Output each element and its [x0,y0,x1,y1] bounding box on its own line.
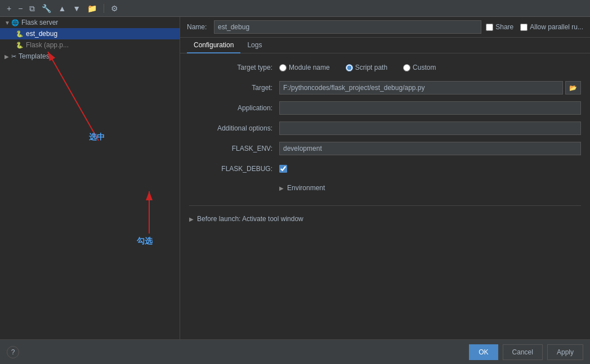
custom-radio-label: Custom [413,64,436,71]
left-panel-wrapper: ▼ 🌐 Flask server 🐍 est_debug 🐍 Flask (ap… [0,17,180,339]
annotation-checked: 勾选 [137,236,153,246]
cancel-button[interactable]: Cancel [503,344,543,360]
target-browse-button[interactable]: 📂 [565,81,581,95]
help-button[interactable]: ? [7,346,19,358]
flask-server-label: Flask server [21,19,58,26]
toolbar: + − ⧉ 🔧 ▲ ▼ 📁 ⚙ [0,0,590,17]
before-launch-section: ▶ Before launch: Activate tool window [189,205,581,225]
flask-debug-label: FLASK_DEBUG: [189,165,279,173]
left-panel: ▼ 🌐 Flask server 🐍 est_debug 🐍 Flask (ap… [0,17,180,62]
allow-parallel-label: Allow parallel ru... [530,23,583,31]
move-down-button[interactable]: ▼ [70,3,83,14]
move-up-button[interactable]: ▲ [56,3,68,14]
svg-line-1 [48,52,99,141]
tree-item-templates[interactable]: ▶ ✂ Templates [0,51,180,62]
application-input[interactable] [279,101,581,115]
copy-button[interactable]: ⧉ [27,3,37,14]
module-name-radio-label: Module name [289,64,330,71]
tabs: Configuration Logs [180,38,590,53]
application-row: Application: [189,101,581,115]
expand-arrow-flask: ▼ [5,20,11,26]
templates-label: Templates [19,52,50,60]
application-field [279,101,581,115]
before-launch-arrow-icon: ▶ [189,216,194,222]
tree-item-est-debug[interactable]: 🐍 est_debug [0,28,180,39]
name-bar: Name: Share Allow parallel ru... [180,17,590,38]
flask-debug-field [279,165,581,173]
bottom-left: ? [7,346,19,358]
flask-app-icon: 🐍 [16,42,24,49]
share-checkbox-item[interactable]: Share [486,23,513,31]
right-panel: Name: Share Allow parallel ru... Configu… [180,17,590,339]
templates-icon: ✂ [11,53,16,60]
target-type-field: Module name Script path Custom [279,64,581,71]
folder-button[interactable]: 📁 [85,3,99,14]
bottom-right: OK Cancel Apply [469,344,583,360]
est-debug-icon: 🐍 [16,30,24,38]
environment-label: Environment [287,184,325,192]
target-input[interactable] [279,81,563,95]
module-name-radio[interactable] [279,64,287,71]
add-button[interactable]: + [5,3,14,14]
script-path-radio-label: Script path [355,64,387,71]
est-debug-label: est_debug [26,30,57,38]
flask-env-field [279,142,581,155]
flask-env-row: FLASK_ENV: [189,141,581,156]
name-label: Name: [187,23,209,31]
config-panel: Target type: Module name Script path Cus… [180,53,590,339]
tab-logs[interactable]: Logs [240,38,269,53]
bottom-bar: ? OK Cancel Apply [0,339,590,364]
annotation-selected: 选中 [89,132,105,142]
environment-section: ▶ Environment [189,182,581,194]
share-checkbox[interactable] [486,24,493,31]
flask-app-label: Flask (app.p... [26,41,69,49]
annotation-overlay [0,17,180,339]
flask-debug-checkbox[interactable] [279,165,287,173]
share-label: Share [495,23,513,31]
main-content: ▼ 🌐 Flask server 🐍 est_debug 🐍 Flask (ap… [0,17,590,339]
tree-item-flask-app[interactable]: 🐍 Flask (app.p... [0,39,180,51]
gear-button[interactable]: ⚙ [109,3,120,14]
flask-env-input[interactable] [279,142,581,155]
name-input[interactable] [214,20,481,34]
ok-button[interactable]: OK [469,344,498,360]
additional-options-row: Additional options: [189,121,581,136]
custom-option[interactable]: Custom [403,64,436,71]
additional-options-field [279,122,581,135]
target-type-label: Target type: [189,64,279,71]
additional-options-label: Additional options: [189,124,279,132]
target-type-row: Target type: Module name Script path Cus… [189,60,581,75]
flask-server-icon: 🌐 [11,19,19,26]
allow-parallel-checkbox[interactable] [520,24,528,31]
remove-button[interactable]: − [16,3,25,14]
before-launch-header[interactable]: ▶ Before launch: Activate tool window [189,213,581,225]
application-label: Application: [189,104,279,112]
share-area: Share Allow parallel ru... [486,23,583,31]
before-launch-label: Before launch: Activate tool window [197,215,303,223]
toolbar-separator [104,4,104,13]
flask-debug-checkbox-container[interactable] [279,165,287,173]
target-row: Target: 📂 [189,80,581,95]
environment-arrow-icon: ▶ [279,185,284,191]
script-path-radio[interactable] [346,64,353,71]
script-path-option[interactable]: Script path [346,64,387,71]
custom-radio[interactable] [403,64,410,71]
environment-header[interactable]: ▶ Environment [189,182,581,194]
additional-options-input[interactable] [279,122,581,135]
tree-item-flask-server[interactable]: ▼ 🌐 Flask server [0,17,180,28]
tab-configuration[interactable]: Configuration [187,38,240,53]
flask-env-label: FLASK_ENV: [189,145,279,152]
module-name-option[interactable]: Module name [279,64,330,71]
target-label: Target: [189,84,279,92]
target-field: 📂 [279,81,581,95]
allow-parallel-checkbox-item[interactable]: Allow parallel ru... [520,23,583,31]
flask-debug-row: FLASK_DEBUG: [189,161,581,176]
apply-button[interactable]: Apply [547,344,583,360]
expand-arrow-templates: ▶ [5,53,11,60]
settings-button[interactable]: 🔧 [39,3,53,14]
